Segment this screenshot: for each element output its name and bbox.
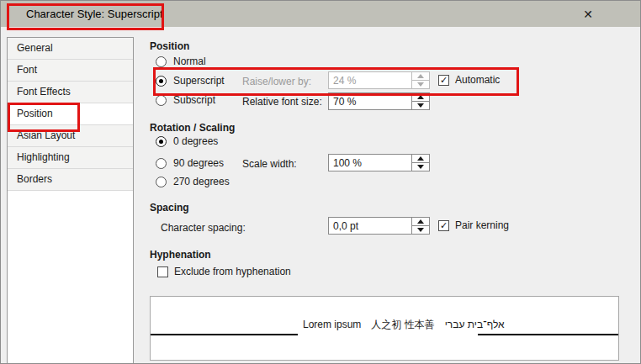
radio-270-degrees[interactable]: 270 degrees xyxy=(156,176,230,187)
radio-270-degrees-indicator xyxy=(156,177,167,187)
scale-width-input[interactable] xyxy=(329,155,414,171)
pair-kerning-checkbox[interactable]: ✓ xyxy=(438,220,449,231)
preview-text: Lorem ipsum人之初 性本善אלף־בית עברי xyxy=(298,318,478,332)
scale-width-field xyxy=(328,154,430,171)
radio-subscript[interactable]: Subscript xyxy=(156,94,215,106)
character-spacing-field xyxy=(328,217,430,235)
preview-hebrew: אלף־בית עברי xyxy=(445,319,505,330)
radio-subscript-label: Subscript xyxy=(173,94,215,106)
radio-superscript-label: Superscript xyxy=(173,75,225,87)
close-icon: ✕ xyxy=(583,8,593,21)
character-style-dialog: Character Style: Superscript ✕ General F… xyxy=(0,0,641,364)
preview-cjk: 人之初 性本善 xyxy=(371,319,434,330)
sidebar-item-font[interactable]: Font xyxy=(8,60,133,82)
character-spacing-label: Character spacing: xyxy=(161,222,246,234)
spin-down-icon[interactable] xyxy=(412,226,429,234)
radio-superscript-indicator xyxy=(156,76,167,87)
raise-lower-input[interactable] xyxy=(329,72,414,88)
hyphenation-heading: Hyphenation xyxy=(150,249,211,261)
baseline-left xyxy=(151,334,298,335)
spacing-heading: Spacing xyxy=(150,202,189,214)
scale-width-spinner[interactable] xyxy=(411,155,429,171)
radio-normal-label: Normal xyxy=(173,55,206,67)
radio-superscript[interactable]: Superscript xyxy=(156,75,225,87)
scale-width-label: Scale width: xyxy=(242,158,297,170)
exclude-hyphenation-checkbox-row[interactable]: ✓ Exclude from hyphenation xyxy=(157,266,291,277)
character-spacing-input[interactable] xyxy=(329,218,414,234)
spin-up-icon[interactable] xyxy=(412,72,429,81)
radio-0-degrees[interactable]: 0 degrees xyxy=(156,135,218,147)
baseline-right xyxy=(478,334,618,335)
sidebar-item-general[interactable]: General xyxy=(8,38,133,60)
raise-lower-label: Raise/lower by: xyxy=(242,76,311,87)
raise-lower-field xyxy=(328,71,430,89)
spin-down-icon[interactable] xyxy=(412,102,429,109)
spin-down-icon[interactable] xyxy=(412,81,429,88)
check-icon: ✓ xyxy=(440,221,448,230)
title-bar: Character Style: Superscript ✕ xyxy=(1,1,641,27)
category-list: General Font Font Effects Position Asian… xyxy=(7,37,134,364)
preview-area: Lorem ipsum人之初 性本善אלף־בית עברי xyxy=(150,296,619,361)
radio-90-degrees-indicator xyxy=(156,158,167,169)
check-icon: ✓ xyxy=(440,76,448,85)
exclude-hyphenation-checkbox[interactable]: ✓ xyxy=(157,266,168,277)
radio-270-degrees-label: 270 degrees xyxy=(173,176,230,187)
radio-subscript-indicator xyxy=(156,95,167,106)
pair-kerning-checkbox-row[interactable]: ✓ Pair kerning xyxy=(438,219,509,231)
automatic-checkbox-row[interactable]: ✓ Automatic xyxy=(438,74,500,86)
exclude-hyphenation-label: Exclude from hyphenation xyxy=(174,266,291,277)
radio-normal[interactable]: Normal xyxy=(156,55,206,67)
raise-lower-spinner[interactable] xyxy=(411,72,429,88)
sidebar-item-borders[interactable]: Borders xyxy=(8,169,133,191)
automatic-label: Automatic xyxy=(455,74,500,86)
relative-font-size-label: Relative font size: xyxy=(242,96,322,108)
relative-font-size-spinner[interactable] xyxy=(411,93,429,109)
pair-kerning-label: Pair kerning xyxy=(455,219,509,231)
rotation-scaling-heading: Rotation / Scaling xyxy=(150,122,235,134)
radio-normal-indicator xyxy=(156,56,167,67)
dialog-title: Character Style: Superscript xyxy=(26,8,163,20)
relative-font-size-input[interactable] xyxy=(329,93,414,109)
sidebar-item-font-effects[interactable]: Font Effects xyxy=(8,82,133,103)
spin-up-icon[interactable] xyxy=(412,218,429,226)
radio-0-degrees-label: 0 degrees xyxy=(173,135,218,147)
character-spacing-spinner[interactable] xyxy=(411,218,429,234)
radio-90-degrees-label: 90 degrees xyxy=(173,157,224,169)
spin-down-icon[interactable] xyxy=(412,163,429,171)
preview-latin: Lorem ipsum xyxy=(303,319,361,330)
close-button[interactable]: ✕ xyxy=(576,3,600,24)
radio-0-degrees-indicator xyxy=(156,136,167,147)
sidebar-item-highlighting[interactable]: Highlighting xyxy=(8,147,133,169)
spin-up-icon[interactable] xyxy=(412,93,429,102)
sidebar-item-asian-layout[interactable]: Asian Layout xyxy=(8,125,133,147)
relative-font-size-field xyxy=(328,92,430,110)
spin-up-icon[interactable] xyxy=(412,155,429,163)
sidebar-item-position[interactable]: Position xyxy=(8,103,133,125)
radio-90-degrees[interactable]: 90 degrees xyxy=(156,157,224,169)
position-heading: Position xyxy=(150,40,189,52)
automatic-checkbox[interactable]: ✓ xyxy=(438,75,449,86)
